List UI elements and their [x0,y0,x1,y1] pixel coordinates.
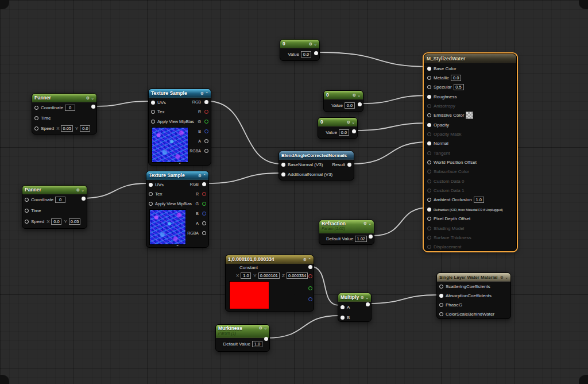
speed-pin[interactable] [25,220,29,224]
r-output-pin[interactable] [308,274,312,278]
node-header[interactable]: 1,0.000101,0.000334 ⚙ ⌃ [226,255,314,264]
node-header[interactable]: Texture Sample ⚙ ⌃ [149,89,211,98]
chevron-down-icon[interactable]: ⌄ [505,275,508,279]
output-pin[interactable] [366,302,370,306]
node-scalar-value-3[interactable]: 0 ⚙ ⌄ Value 0.0 [318,117,358,139]
chevron-down-icon[interactable]: ⌄ [264,326,267,330]
a-output-pin[interactable] [204,139,208,143]
chevron-down-icon[interactable]: ⌄ [91,96,94,100]
node-header[interactable]: M_StylizedWater [424,54,516,63]
gear-icon[interactable]: ⚙ [353,93,356,97]
chevron-down-icon[interactable]: ⌄ [365,295,369,299]
metallic-pin[interactable] [427,76,431,80]
node-header[interactable]: Refraction Param (1.02) ⚙ ⌄ [319,220,374,233]
wire[interactable] [355,123,429,130]
gear-icon[interactable]: ⚙ [347,120,350,124]
refraction-pin[interactable] [427,208,431,212]
rgb-output-pin[interactable] [202,182,206,186]
speed-y-field[interactable]: 0.0 [80,125,90,132]
chevron-up-icon[interactable]: ⌃ [203,174,206,178]
node-scalar-value-1[interactable]: 0 ⚙ ⌄ Value 0.0 [280,39,320,61]
node-header[interactable]: Texture Sample ⚙ ⌃ [146,171,208,180]
input-a-pin[interactable] [341,305,345,309]
node-header[interactable]: Panner ⚙ ⌄ [32,94,96,102]
result-output-pin[interactable] [347,163,351,167]
time-pin[interactable] [34,116,38,120]
scattering-coefficients-pin[interactable] [439,285,443,289]
wire[interactable] [317,52,429,67]
time-pin[interactable] [25,209,29,213]
node-multiply[interactable]: Multiply ⚙ ⌄ A B [338,293,372,322]
wire[interactable] [351,142,429,164]
a-output-pin[interactable] [202,221,206,225]
base-color-pin[interactable] [427,67,431,71]
uvs-pin[interactable] [151,101,155,105]
node-panner-1[interactable]: Panner ⚙ ⌄ Coordinate 0 Time Speed X 0.0… [32,93,97,135]
wire[interactable] [373,208,429,236]
ambient-occlusion-pin[interactable] [427,198,431,202]
tex-pin[interactable] [149,192,153,196]
node-murkiness-param[interactable]: Murkiness Param (1) ⚙ ⌄ Default Value 1.… [215,324,270,352]
b-output-pin[interactable] [204,129,208,133]
output-pin[interactable] [352,129,356,133]
rgb-output-pin[interactable] [204,100,208,104]
node-header[interactable]: Murkiness Param (1) ⚙ ⌄ [216,325,269,338]
ambient-occlusion-field[interactable]: 1.0 [474,197,484,203]
r-output-pin[interactable] [202,192,206,196]
node-header[interactable]: Single Layer Water Material ⚙ ⌄ [437,273,510,282]
g-output-pin[interactable] [202,202,206,206]
output-pin[interactable] [91,105,95,109]
world-position-offset-pin[interactable] [427,160,431,164]
chevron-down-icon[interactable]: ⌄ [314,42,317,46]
material-graph-canvas[interactable]: 0 ⚙ ⌄ Value 0.0 0 ⚙ ⌄ Value 0.0 0 ⚙ ⌄ Va… [0,0,588,384]
node-material-result[interactable]: M_StylizedWater Base Color Metallic0.0 S… [424,53,517,251]
output-pin[interactable] [358,102,362,106]
speed-pin[interactable] [34,126,38,130]
phaseg-pin[interactable] [439,303,443,307]
node-panner-2[interactable]: Panner ⚙ ⌄ Coordinate 0 Time Speed X 0.0… [22,185,87,229]
emissive-color-swatch[interactable] [466,112,473,119]
specular-field[interactable]: 0.5 [454,84,464,90]
b-output-pin[interactable] [202,212,206,216]
uvs-pin[interactable] [149,183,153,187]
node-scalar-value-2[interactable]: 0 ⚙ ⌄ Value 0.0 [323,90,363,112]
gear-icon[interactable]: ⚙ [259,326,262,330]
coordinate-field[interactable]: 0 [55,197,65,203]
gear-icon[interactable]: ⚙ [309,42,312,46]
opacity-pin[interactable] [427,123,431,127]
coordinate-pin[interactable] [34,106,38,110]
metallic-field[interactable]: 0.0 [451,75,461,81]
x-field[interactable]: 1.0 [241,272,251,279]
default-value-field[interactable]: 1.02 [355,236,367,242]
gear-icon[interactable]: ⚙ [500,275,504,279]
node-texture-sample-1[interactable]: Texture Sample ⚙ ⌃ UVs Tex Apply View Mi… [148,89,211,166]
color-scale-behind-water-pin[interactable] [439,312,443,316]
specular-pin[interactable] [427,85,431,89]
wire[interactable] [206,173,281,183]
mipbias-pin[interactable] [149,202,153,206]
output-pin[interactable] [264,337,268,341]
wire[interactable] [361,95,429,103]
gear-icon[interactable]: ⚙ [363,221,367,225]
output-pin[interactable] [82,197,86,201]
g-output-pin[interactable] [204,120,208,124]
wire[interactable] [368,295,439,304]
emissive-color-pin[interactable] [427,113,431,117]
node-header[interactable]: 0 ⚙ ⌄ [324,91,363,99]
additional-normal-pin[interactable] [281,172,285,176]
base-normal-pin[interactable] [281,163,285,167]
value-field[interactable]: 0.0 [345,102,355,109]
gear-icon[interactable]: ⚙ [198,174,202,178]
coordinate-field[interactable]: 0 [65,105,75,111]
tex-pin[interactable] [151,110,155,114]
gear-icon[interactable]: ⚙ [303,258,307,262]
wire[interactable] [81,183,148,198]
chevron-down-icon[interactable]: ⌄ [351,120,355,124]
node-header[interactable]: 0 ⚙ ⌄ [318,118,357,126]
chevron-down-icon[interactable]: ⌄ [357,93,361,97]
speed-y-field[interactable]: 0.05 [69,218,81,225]
gear-icon[interactable]: ⚙ [86,96,90,100]
rgba-output-pin[interactable] [202,231,206,235]
node-constant3-vector[interactable]: 1,0.000101,0.000334 ⚙ ⌃ Constant X 1.0 Y… [225,255,314,312]
expand-chevron-icon[interactable]: ⌄ [149,160,211,165]
